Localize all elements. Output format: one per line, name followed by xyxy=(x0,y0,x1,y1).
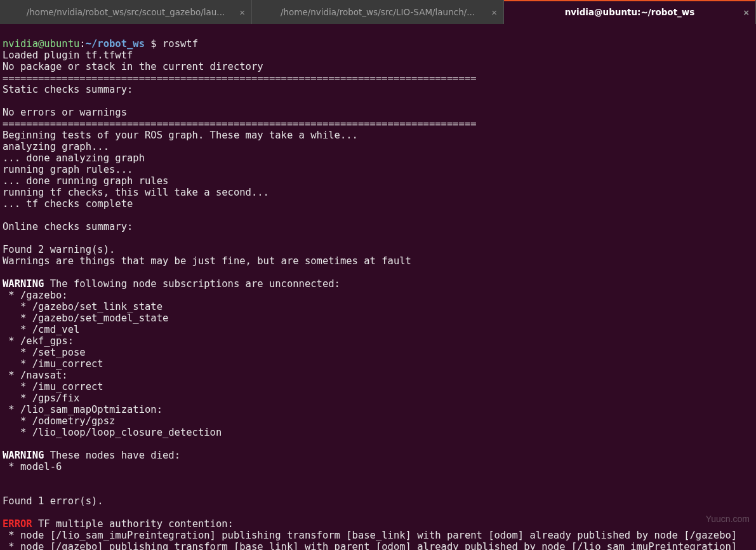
tab-3-active[interactable]: nvidia@ubuntu:~/robot_ws × xyxy=(504,0,756,24)
output-line: running tf checks, this will take a seco… xyxy=(3,187,269,198)
warning-label: WARNING xyxy=(3,278,44,290)
warning-text: The following node subscriptions are unc… xyxy=(44,278,340,290)
close-icon[interactable]: × xyxy=(239,8,245,17)
output-line: * /gazebo: xyxy=(3,290,68,301)
close-icon[interactable]: × xyxy=(743,8,749,17)
output-line: * /lio_loop/loop_closure_detection xyxy=(3,427,222,438)
output-line: Online checks summary: xyxy=(3,221,133,232)
output-line: ... done running graph rules xyxy=(3,175,168,187)
output-line: No package or stack in the current direc… xyxy=(3,61,263,72)
close-icon[interactable]: × xyxy=(491,8,497,17)
warning-text: These nodes have died: xyxy=(44,450,180,461)
output-line: * /lio_sam_mapOptmization: xyxy=(3,404,162,415)
output-line: * node [/gazebo] publishing transform [b… xyxy=(3,541,737,550)
output-line: * /gazebo/set_link_state xyxy=(3,301,162,312)
tab-label: nvidia@ubuntu:~/robot_ws xyxy=(565,6,695,18)
output-line: Loaded plugin tf.tfwtf xyxy=(3,50,133,61)
warning-line: WARNING The following node subscriptions… xyxy=(3,278,340,290)
output-line: * /gazebo/set_model_state xyxy=(3,312,168,324)
watermark-text: Yuucn.com xyxy=(706,513,750,525)
warning-line: WARNING These nodes have died: xyxy=(3,450,180,461)
output-line: Found 2 warning(s). xyxy=(3,244,115,255)
output-line: analyzing graph... xyxy=(3,141,109,152)
tab-bar: /home/nvidia/robot_ws/src/scout_gazebo/l… xyxy=(0,0,756,24)
output-line: Beginning tests of your ROS graph. These… xyxy=(3,130,358,141)
output-line: * model-6 xyxy=(3,461,62,473)
prompt-colon: : xyxy=(79,38,85,50)
tab-1[interactable]: /home/nvidia/robot_ws/src/scout_gazebo/l… xyxy=(0,0,252,24)
terminal-output[interactable]: nvidia@ubuntu:~/robot_ws $ roswtf Loaded… xyxy=(0,24,756,550)
output-line: * /set_pose xyxy=(3,347,86,358)
error-label: ERROR xyxy=(3,518,32,530)
tab-2[interactable]: /home/nvidia/robot_ws/src/LIO-SAM/launch… xyxy=(252,0,504,24)
output-line: No errors or warnings xyxy=(3,107,127,118)
output-line: ... done analyzing graph xyxy=(3,152,145,164)
warning-label: WARNING xyxy=(3,450,44,461)
prompt-dollar: $ xyxy=(145,38,162,50)
error-text: TF multiple authority contention: xyxy=(32,518,234,530)
output-separator: ========================================… xyxy=(3,118,477,130)
output-line: Found 1 error(s). xyxy=(3,495,103,507)
output-line: * /navsat: xyxy=(3,370,68,381)
tab-label: /home/nvidia/robot_ws/src/LIO-SAM/launch… xyxy=(281,6,475,18)
output-line: * node [/lio_sam_imuPreintegration] publ… xyxy=(3,530,737,541)
output-line: * /imu_correct xyxy=(3,358,103,370)
output-line: * /imu_correct xyxy=(3,381,103,392)
output-separator: ========================================… xyxy=(3,72,477,84)
command-entered: roswtf xyxy=(162,38,198,50)
prompt-line: nvidia@ubuntu:~/robot_ws $ roswtf xyxy=(3,38,198,50)
output-line: * /gps/fix xyxy=(3,392,79,404)
output-line: ... tf checks complete xyxy=(3,198,133,210)
output-line: * /ekf_gps: xyxy=(3,335,74,347)
output-line: * /odometry/gpsz xyxy=(3,415,115,427)
output-line: Warnings are things that may be just fin… xyxy=(3,255,411,267)
prompt-path: ~/robot_ws xyxy=(86,38,145,50)
output-line: running graph rules... xyxy=(3,164,133,175)
tab-label: /home/nvidia/robot_ws/src/scout_gazebo/l… xyxy=(27,6,225,18)
output-line: * /cmd_vel xyxy=(3,324,79,335)
error-line: ERROR TF multiple authority contention: xyxy=(3,518,234,530)
prompt-user: nvidia@ubuntu xyxy=(3,38,79,50)
output-line: Static checks summary: xyxy=(3,84,133,95)
